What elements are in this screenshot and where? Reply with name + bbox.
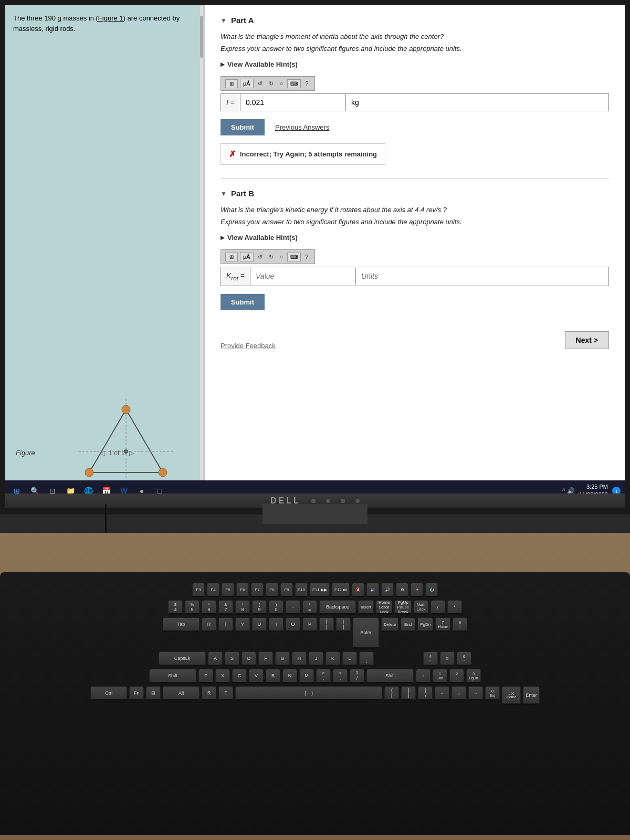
key-p[interactable]: P [302, 617, 317, 632]
key-f4[interactable]: F4 [207, 583, 219, 597]
key-arrow-left[interactable]: ← [435, 686, 449, 701]
key-delete[interactable]: Delete [381, 617, 398, 632]
key-rbracket[interactable]: }] [336, 617, 351, 632]
monitor-brightness-up-btn[interactable] [355, 499, 360, 503]
key-lt[interactable]: <, [316, 669, 331, 684]
key-end[interactable]: End [401, 617, 415, 632]
key-x[interactable]: X [215, 669, 230, 684]
key-semicolon[interactable]: :; [359, 652, 374, 666]
key-f5[interactable]: F5 [222, 583, 234, 597]
key-j[interactable]: J [309, 652, 323, 666]
key-amp-7[interactable]: &7 [218, 600, 233, 615]
key-f9[interactable]: F9 [280, 583, 293, 597]
key-extra-2[interactable]: ☀ [411, 583, 423, 597]
key-win[interactable]: ⊞ [146, 686, 161, 701]
monitor-menu-btn[interactable] [326, 499, 330, 503]
part-b-toolbar-undo-icon[interactable]: ↺ [256, 253, 265, 261]
key-extra-1[interactable]: ⚙ [396, 583, 408, 597]
key-lparen-9[interactable]: (9 [252, 600, 267, 615]
key-pgdn[interactable]: PgDn [417, 617, 433, 632]
key-arrow-up[interactable]: ↑ [416, 669, 430, 684]
key-i[interactable]: I [269, 617, 284, 632]
key-minus[interactable]: - [286, 600, 300, 615]
key-f10[interactable]: F10 [295, 583, 308, 597]
part-b-toolbar-redo-icon[interactable]: ↻ [267, 253, 276, 261]
part-b-submit-btn[interactable]: Submit [220, 294, 265, 310]
monitor-power-btn[interactable] [311, 499, 316, 503]
key-percent-5[interactable]: %5 [185, 600, 200, 615]
key-f7[interactable]: F7 [251, 583, 264, 597]
key-numpad-6[interactable]: 6→ [457, 652, 471, 666]
key-d[interactable]: D [242, 652, 256, 666]
key-rparen-0[interactable]: )0 [269, 600, 284, 615]
part-a-submit-btn[interactable]: Submit [220, 119, 265, 135]
part-a-collapse-arrow[interactable]: ▼ [220, 17, 227, 24]
part-b-toolbar-help-icon[interactable]: ? [303, 253, 310, 261]
key-rshift[interactable]: Shift [366, 669, 414, 684]
key-caps[interactable]: CapsLk [159, 652, 206, 666]
key-f12[interactable]: F12 ⏭ [332, 583, 350, 597]
part-b-hint-link[interactable]: ▶ View Available Hint(s) [220, 234, 609, 242]
key-numpad-3[interactable]: 3PgDn [466, 669, 481, 684]
feedback-link[interactable]: Provide Feedback [220, 342, 276, 350]
toolbar-undo-icon[interactable]: ↺ [256, 79, 265, 88]
key-power[interactable]: ⏻ [425, 583, 438, 597]
key-r[interactable]: R [202, 617, 216, 632]
key-dollar-4[interactable]: $4 [168, 600, 183, 615]
key-arrow-right[interactable]: → [468, 686, 483, 701]
key-l[interactable]: L [342, 652, 357, 666]
key-g[interactable]: G [275, 652, 290, 666]
key-f11[interactable]: F11 ▶▶ [310, 583, 330, 597]
key-vol-down[interactable]: 🔉 [366, 583, 379, 597]
key-pipe[interactable]: |\ [418, 686, 433, 701]
key-k[interactable]: K [326, 652, 340, 666]
toolbar-fraction-btn[interactable]: ⊞ [225, 79, 238, 88]
key-num-lock[interactable]: NumLock [414, 600, 428, 615]
key-numpad-slash[interactable]: / [430, 600, 445, 615]
key-y[interactable]: Y [235, 617, 250, 632]
toolbar-refresh-icon[interactable]: ○ [278, 79, 286, 88]
key-rbrace[interactable]: }] [401, 686, 416, 701]
key-star-8[interactable]: *8 [235, 600, 250, 615]
key-pgup[interactable]: PgUpPauseBreak [394, 600, 412, 615]
part-a-hint-link[interactable]: ▶ View Available Hint(s) [220, 60, 609, 68]
key-t[interactable]: T [218, 617, 233, 632]
key-lbrace[interactable]: {[ [384, 686, 399, 701]
part-b-toolbar-fraction-btn[interactable]: ⊞ [225, 253, 238, 261]
key-backspace[interactable]: Backspace [319, 600, 356, 615]
scroll-thumb[interactable] [200, 16, 203, 58]
key-gt[interactable]: >. [333, 669, 348, 684]
toolbar-mu-btn[interactable]: μÅ [240, 79, 254, 88]
part-a-prev-answers[interactable]: Previous Answers [275, 123, 329, 131]
key-numpad-4[interactable]: 4← [423, 652, 438, 666]
key-numpad-enter[interactable]: Enter [523, 686, 540, 705]
key-arrow-down[interactable]: ↓ [452, 686, 466, 701]
key-home[interactable]: HomeScrollLock [376, 600, 392, 615]
key-t2[interactable]: T [218, 686, 233, 701]
key-numpad-2[interactable]: 2↓ [449, 669, 464, 684]
key-numpad-0[interactable]: 0Ins [485, 686, 500, 701]
key-mute[interactable]: 🔇 [352, 583, 364, 597]
monitor-brightness-down-btn[interactable] [341, 499, 345, 503]
key-n[interactable]: N [282, 669, 297, 684]
key-insert[interactable]: Insert [358, 600, 374, 615]
part-b-collapse-arrow[interactable]: ▼ [220, 190, 227, 197]
key-a[interactable]: A [208, 652, 223, 666]
part-b-answer-input[interactable] [250, 268, 355, 285]
key-numpad-star[interactable]: * [447, 600, 462, 615]
part-a-answer-input[interactable] [240, 94, 345, 111]
key-f3[interactable]: F3 [192, 583, 205, 597]
key-o[interactable]: O [286, 617, 300, 632]
toolbar-keyboard-btn[interactable]: ⌨ [287, 79, 301, 88]
key-lshift[interactable]: Shift [149, 669, 196, 684]
key-f6[interactable]: F6 [236, 583, 249, 597]
toolbar-help-icon[interactable]: ? [303, 79, 310, 88]
key-lalt[interactable]: Alt [163, 686, 200, 701]
key-lctrl[interactable]: Ctrl [90, 686, 127, 701]
key-f8[interactable]: F8 [266, 583, 278, 597]
key-c[interactable]: C [232, 669, 247, 684]
key-fn[interactable]: Fn [129, 686, 144, 701]
key-r-top[interactable]: R [202, 686, 216, 701]
key-u[interactable]: U [252, 617, 267, 632]
key-tab[interactable]: Tab [163, 617, 200, 632]
